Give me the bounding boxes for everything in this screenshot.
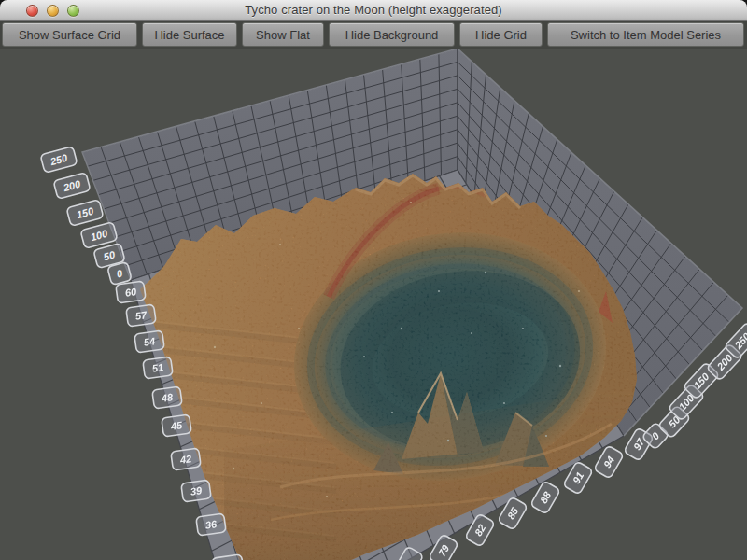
axis-label-row-39: 39 xyxy=(181,480,211,502)
title-bar[interactable]: Tycho crater on the Moon (height exagger… xyxy=(0,0,747,21)
axis-label-row-48: 48 xyxy=(152,386,182,409)
axis-label-row-45: 45 xyxy=(162,414,191,437)
button-hide-surface[interactable]: Hide Surface xyxy=(142,22,237,47)
toolbar: Show Surface GridHide SurfaceShow FlatHi… xyxy=(0,21,747,49)
axis-label-row-54: 54 xyxy=(134,330,164,353)
minimize-button[interactable] xyxy=(47,5,59,17)
window-controls xyxy=(26,0,79,21)
axis-label-row-42: 42 xyxy=(171,448,201,470)
surface-plot-canvas[interactable]: 250 200 150 100 50 0 60 57 54 51 48 45 4… xyxy=(0,49,747,560)
window-title: Tycho crater on the Moon (height exagger… xyxy=(0,3,747,17)
svg-text:42: 42 xyxy=(178,453,192,466)
axis-label-row-36: 36 xyxy=(196,513,226,536)
close-button[interactable] xyxy=(26,5,38,17)
svg-text:54: 54 xyxy=(143,335,156,348)
zoom-button[interactable] xyxy=(67,5,79,17)
svg-text:51: 51 xyxy=(151,361,164,374)
axis-label-row-51: 51 xyxy=(143,357,173,379)
axis-label-row-57: 57 xyxy=(126,304,156,327)
axis-label-row-60: 60 xyxy=(116,281,146,303)
button-switch-to-item-model-series[interactable]: Switch to Item Model Series xyxy=(547,22,744,47)
button-hide-grid[interactable]: Hide Grid xyxy=(459,22,543,47)
button-show-flat[interactable]: Show Flat xyxy=(242,22,324,47)
app-window: Tycho crater on the Moon (height exagger… xyxy=(0,0,747,560)
svg-text:45: 45 xyxy=(169,419,184,432)
svg-text:48: 48 xyxy=(160,391,175,404)
button-hide-background[interactable]: Hide Background xyxy=(329,22,455,47)
button-show-surface-grid[interactable]: Show Surface Grid xyxy=(2,22,137,47)
